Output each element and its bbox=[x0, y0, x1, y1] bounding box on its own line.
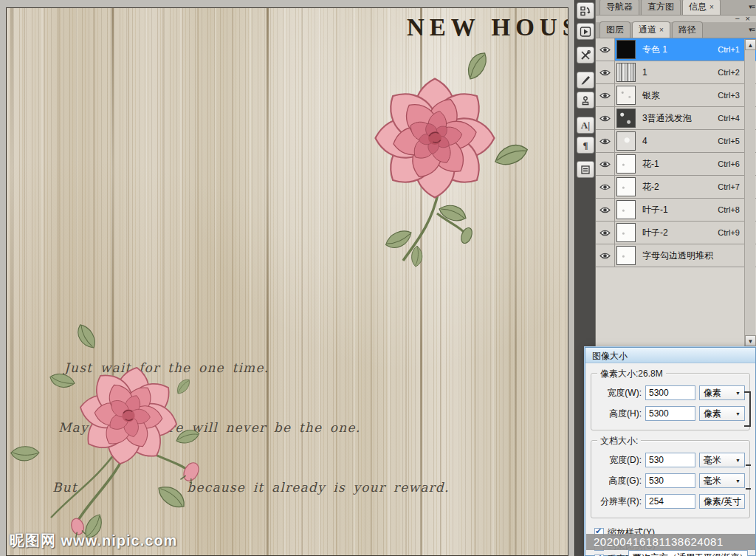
scroll-down-icon[interactable]: ▼ bbox=[745, 335, 756, 346]
channel-row[interactable]: 叶子-1 Ctrl+8 bbox=[596, 199, 756, 222]
eye-icon bbox=[599, 229, 611, 237]
channel-name: 叶子-1 bbox=[638, 204, 718, 216]
tab-close-icon[interactable]: × bbox=[709, 3, 714, 11]
dropdown-arrow-icon: ▼ bbox=[735, 458, 740, 463]
channel-row-main[interactable]: 字母勾边透明堆积 bbox=[615, 244, 756, 267]
brush-presets-button[interactable] bbox=[577, 72, 594, 89]
link-bracket-icon bbox=[744, 391, 751, 427]
channel-row[interactable]: 花-1 Ctrl+6 bbox=[596, 153, 756, 176]
channel-name: 3普通浅发泡 bbox=[638, 112, 718, 125]
channel-row[interactable]: 叶子-2 Ctrl+9 bbox=[596, 222, 756, 244]
channel-row-main[interactable]: 4 Ctrl+5 bbox=[615, 130, 756, 152]
unit-select[interactable]: 像素 ▼ bbox=[699, 385, 745, 400]
brush-icon bbox=[580, 75, 591, 86]
channel-thumbnail bbox=[616, 200, 636, 219]
image-size-dialog: 图像大小 像素大小:26.8M 宽度(W): 像素 ▼ 高度(H): 像素 ▼ … bbox=[585, 347, 756, 556]
notes-icon bbox=[580, 164, 591, 176]
channel-name: 花-1 bbox=[638, 158, 718, 171]
field-input[interactable] bbox=[645, 494, 695, 509]
unit-select[interactable]: 像素/英寸 ▼ bbox=[699, 494, 745, 509]
dropdown-arrow-icon: ▼ bbox=[735, 391, 740, 396]
canvas-image[interactable]: NEW HOUSE Just wait for the one time. Ma… bbox=[6, 7, 568, 556]
tab-paths[interactable]: 路径 bbox=[672, 21, 703, 38]
channel-row[interactable]: 4 Ctrl+5 bbox=[596, 130, 756, 153]
tab-channels[interactable]: 通道 × bbox=[632, 21, 670, 38]
character-panel-icon: A| bbox=[581, 120, 590, 131]
watermark-overlay: 20200416181138624081 bbox=[586, 534, 755, 550]
dialog-title[interactable]: 图像大小 bbox=[585, 348, 755, 363]
notes-panel-button[interactable] bbox=[577, 161, 594, 178]
channel-row-main[interactable]: 花-2 Ctrl+7 bbox=[615, 176, 756, 198]
visibility-toggle[interactable] bbox=[596, 130, 615, 152]
channel-row-main[interactable]: 1 Ctrl+2 bbox=[615, 61, 756, 83]
field-label: 宽度(W): bbox=[596, 387, 642, 399]
clone-source-button[interactable] bbox=[577, 92, 594, 109]
tab-histogram[interactable]: 直方图 bbox=[641, 0, 681, 15]
eye-icon bbox=[599, 183, 611, 191]
channel-row-main[interactable]: 专色 1 Ctrl+1 bbox=[615, 38, 756, 61]
close-button[interactable]: × bbox=[746, 14, 750, 23]
channel-row[interactable]: 1 Ctrl+2 bbox=[596, 61, 756, 84]
channel-row-main[interactable]: 银浆 Ctrl+3 bbox=[615, 84, 756, 106]
visibility-toggle[interactable] bbox=[596, 222, 615, 244]
history-panel-icon bbox=[580, 5, 591, 17]
tab-label: 直方图 bbox=[647, 1, 674, 13]
unit-select[interactable]: 毫米 ▼ bbox=[699, 473, 745, 488]
unit-select[interactable]: 毫米 ▼ bbox=[699, 453, 745, 467]
unit-select[interactable]: 像素 ▼ bbox=[699, 406, 745, 421]
unit-label: 毫米 bbox=[704, 454, 721, 467]
tab-navigator[interactable]: 导航器 bbox=[599, 0, 639, 15]
visibility-toggle[interactable] bbox=[596, 244, 615, 267]
channel-name: 1 bbox=[638, 67, 718, 78]
channel-row-main[interactable]: 花-1 Ctrl+6 bbox=[615, 153, 756, 175]
channel-row[interactable]: 字母勾边透明堆积 bbox=[596, 244, 756, 267]
clone-source-icon bbox=[580, 95, 591, 106]
visibility-toggle[interactable] bbox=[596, 38, 615, 61]
channel-row[interactable]: 银浆 Ctrl+3 bbox=[596, 84, 756, 107]
channel-row[interactable]: 3普通浅发泡 Ctrl+4 bbox=[596, 107, 756, 130]
panel-menu-icon[interactable]: ▾≡ bbox=[749, 3, 755, 10]
eye-icon bbox=[599, 252, 611, 260]
channel-row-main[interactable]: 3普通浅发泡 Ctrl+4 bbox=[615, 107, 756, 129]
actions-button[interactable] bbox=[577, 23, 594, 40]
eye-icon bbox=[599, 46, 611, 54]
tab-layers[interactable]: 图层 bbox=[599, 21, 630, 38]
field-input[interactable] bbox=[645, 473, 695, 488]
visibility-toggle[interactable] bbox=[596, 84, 615, 106]
channel-row[interactable]: 花-2 Ctrl+7 bbox=[596, 176, 756, 199]
visibility-toggle[interactable] bbox=[596, 61, 615, 83]
visibility-toggle[interactable] bbox=[596, 199, 615, 221]
channel-thumbnail bbox=[616, 86, 636, 105]
visibility-toggle[interactable] bbox=[596, 176, 615, 198]
channel-scrollbar[interactable]: ▲ ▼ bbox=[744, 39, 755, 346]
field-label: 分辨率(R): bbox=[596, 495, 642, 508]
channel-row-main[interactable]: 叶子-1 Ctrl+8 bbox=[615, 199, 756, 221]
channel-name: 银浆 bbox=[638, 89, 718, 102]
channel-thumbnail bbox=[616, 223, 636, 242]
character-panel-button[interactable]: A| bbox=[577, 117, 594, 134]
channel-row[interactable]: 专色 1 Ctrl+1 bbox=[596, 38, 756, 61]
panel-menu-icon[interactable]: ▾≡ bbox=[749, 26, 755, 33]
field-input[interactable] bbox=[645, 453, 695, 467]
history-panel-button[interactable] bbox=[577, 2, 594, 19]
field-label: 高度(G): bbox=[596, 475, 642, 487]
info-panel-tabbar: 导航器 直方图 信息 × ▾≡ bbox=[596, 0, 756, 16]
channel-row-main[interactable]: 叶子-2 Ctrl+9 bbox=[615, 222, 756, 244]
field-input[interactable] bbox=[645, 406, 695, 421]
tab-info[interactable]: 信息 × bbox=[682, 0, 721, 15]
panel-empty-area bbox=[596, 267, 756, 350]
scroll-up-icon[interactable]: ▲ bbox=[745, 39, 756, 50]
resample-method-select[interactable]: 两次立方（适用于平滑渐变） ▼ bbox=[628, 550, 748, 556]
tool-presets-button[interactable] bbox=[577, 47, 594, 64]
visibility-toggle[interactable] bbox=[596, 153, 615, 175]
eye-icon bbox=[599, 114, 611, 123]
visibility-toggle[interactable] bbox=[596, 107, 615, 129]
paragraph-panel-button[interactable]: ¶ bbox=[577, 137, 594, 154]
link-stub-icon bbox=[746, 464, 751, 466]
eye-icon bbox=[599, 92, 611, 100]
tab-close-icon[interactable]: × bbox=[659, 26, 664, 34]
actions-play-icon bbox=[580, 26, 591, 38]
channel-thumbnail bbox=[616, 109, 636, 128]
minimize-button[interactable]: − bbox=[735, 14, 740, 23]
field-input[interactable] bbox=[645, 385, 695, 400]
